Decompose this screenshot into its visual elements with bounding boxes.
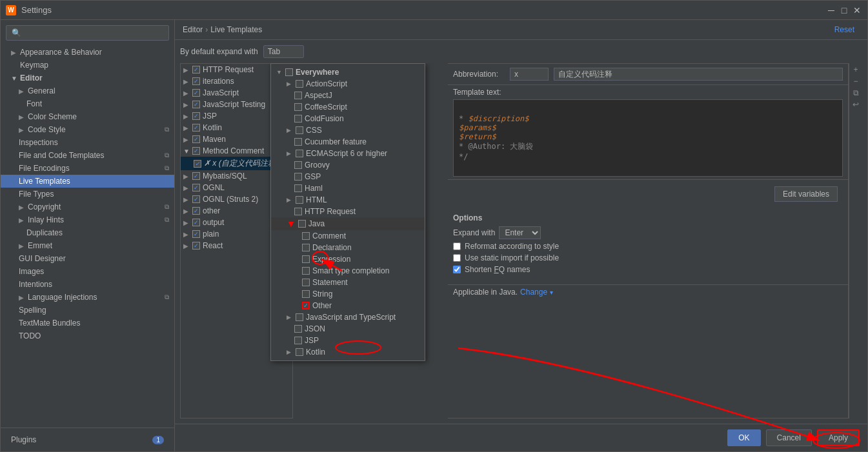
sidebar-item-keymap[interactable]: Keymap bbox=[1, 59, 174, 72]
maximize-button[interactable]: □ bbox=[839, 5, 849, 15]
popup-item-comment[interactable]: Comment bbox=[271, 230, 425, 242]
description-input[interactable] bbox=[554, 68, 843, 81]
sidebar-item-general[interactable]: ▶ General bbox=[1, 84, 174, 97]
sidebar-item-file-types[interactable]: File Types bbox=[1, 188, 174, 201]
shorten-fq-checkbox[interactable] bbox=[453, 266, 461, 273]
sidebar-item-font[interactable]: Font bbox=[1, 97, 174, 110]
item-checkbox[interactable] bbox=[294, 208, 302, 215]
sidebar-item-spelling[interactable]: Spelling bbox=[1, 304, 174, 317]
sidebar-item-emmet[interactable]: ▶ Emmet bbox=[1, 239, 174, 252]
sidebar-item-file-encodings[interactable]: File Encodings ⧉ bbox=[1, 162, 174, 175]
item-checkbox[interactable] bbox=[302, 302, 310, 310]
popup-item-html[interactable]: ▶ HTML bbox=[271, 194, 425, 206]
item-checkbox[interactable] bbox=[302, 255, 310, 263]
apply-button[interactable]: Apply bbox=[817, 429, 860, 446]
sidebar-item-appearance[interactable]: ▶ Appearance & Behavior bbox=[1, 46, 174, 59]
popup-item-ecmascript[interactable]: ▶ ECMAScript 6 or higher bbox=[271, 148, 425, 159]
popup-item-coldfusion[interactable]: ColdFusion bbox=[271, 113, 425, 124]
group-checkbox[interactable] bbox=[192, 89, 200, 97]
popup-item-string[interactable]: String bbox=[271, 288, 425, 300]
group-checkbox[interactable] bbox=[192, 147, 200, 155]
item-checkbox[interactable] bbox=[294, 103, 302, 111]
item-checkbox[interactable] bbox=[296, 126, 303, 134]
popup-item-haml[interactable]: Haml bbox=[271, 182, 425, 194]
group-checkbox[interactable] bbox=[192, 66, 200, 74]
sidebar-item-todo[interactable]: TODO bbox=[1, 329, 174, 342]
popup-item-gsp[interactable]: GSP bbox=[271, 171, 425, 182]
item-checkbox[interactable] bbox=[194, 160, 201, 168]
reformat-checkbox[interactable] bbox=[453, 242, 461, 250]
group-checkbox[interactable] bbox=[192, 101, 200, 108]
item-checkbox[interactable] bbox=[294, 115, 302, 123]
search-input[interactable] bbox=[6, 25, 169, 41]
change-dropdown-icon[interactable]: ▾ bbox=[550, 289, 553, 296]
item-checkbox[interactable] bbox=[294, 92, 302, 99]
undo-button[interactable]: ↩ bbox=[851, 99, 861, 110]
popup-item-http-request[interactable]: HTTP Request bbox=[271, 206, 425, 217]
popup-item-kotlin-popup[interactable]: ▶ Kotlin bbox=[271, 346, 425, 358]
plugins-item[interactable]: Plugins 1 bbox=[6, 433, 169, 446]
expand-with-option-dropdown[interactable]: Enter Tab Space bbox=[499, 226, 541, 239]
cancel-button[interactable]: Cancel bbox=[766, 429, 812, 446]
group-checkbox[interactable] bbox=[192, 230, 200, 238]
popup-item-java[interactable]: ▼ Java bbox=[271, 217, 425, 230]
item-checkbox[interactable] bbox=[302, 232, 310, 240]
reset-button[interactable]: Reset bbox=[834, 25, 854, 34]
item-checkbox[interactable] bbox=[302, 290, 310, 298]
item-checkbox[interactable] bbox=[294, 184, 302, 192]
expand-with-dropdown[interactable]: Tab Enter Space bbox=[263, 45, 304, 58]
popup-item-expression[interactable]: Expression bbox=[271, 253, 425, 265]
close-button[interactable]: ✕ bbox=[852, 5, 862, 15]
popup-item-jsp[interactable]: JSP bbox=[271, 335, 425, 346]
add-button[interactable]: + bbox=[851, 64, 861, 75]
popup-item-css[interactable]: ▶ CSS bbox=[271, 124, 425, 136]
sidebar-item-gui-designer[interactable]: GUI Designer bbox=[1, 252, 174, 265]
edit-variables-button[interactable]: Edit variables bbox=[774, 186, 838, 202]
sidebar-item-duplicates[interactable]: Duplicates bbox=[1, 226, 174, 239]
sidebar-item-textmate[interactable]: TextMate Bundles bbox=[1, 317, 174, 329]
item-checkbox[interactable] bbox=[296, 150, 303, 157]
minimize-button[interactable]: ─ bbox=[826, 5, 836, 15]
group-checkbox[interactable] bbox=[192, 195, 200, 203]
change-link[interactable]: Change bbox=[520, 288, 547, 297]
item-checkbox[interactable] bbox=[298, 220, 306, 228]
sidebar-item-language-injections[interactable]: ▶ Language Injections ⧉ bbox=[1, 291, 174, 304]
group-checkbox[interactable] bbox=[192, 242, 200, 250]
sidebar-item-editor[interactable]: ▼ Editor bbox=[1, 72, 174, 84]
item-checkbox[interactable] bbox=[296, 313, 303, 321]
sidebar-item-live-templates[interactable]: Live Templates bbox=[1, 175, 174, 188]
item-checkbox[interactable] bbox=[302, 244, 310, 251]
popup-item-aspectj[interactable]: AspectJ bbox=[271, 90, 425, 101]
group-checkbox[interactable] bbox=[192, 124, 200, 132]
item-checkbox[interactable] bbox=[296, 196, 303, 204]
popup-item-coffeescript[interactable]: CoffeeScript bbox=[271, 101, 425, 113]
template-code[interactable]: * $discription$ $params$ $return$ * @Aut… bbox=[453, 99, 843, 177]
group-checkbox[interactable] bbox=[192, 112, 200, 120]
popup-item-cucumber[interactable]: Cucumber feature bbox=[271, 136, 425, 148]
group-checkbox[interactable] bbox=[192, 184, 200, 192]
copy-template-button[interactable]: ⧉ bbox=[851, 88, 861, 98]
popup-item-other[interactable]: Other bbox=[271, 300, 425, 311]
static-import-checkbox[interactable] bbox=[453, 254, 461, 262]
popup-item-js-ts[interactable]: ▶ JavaScript and TypeScript bbox=[271, 311, 425, 323]
item-checkbox[interactable] bbox=[302, 267, 310, 275]
item-checkbox[interactable] bbox=[294, 325, 302, 333]
group-checkbox[interactable] bbox=[192, 207, 200, 215]
abbreviation-input[interactable] bbox=[510, 68, 549, 81]
popup-item-everywhere[interactable]: ▼ Everywhere bbox=[271, 66, 425, 78]
popup-item-smart-type[interactable]: Smart type completion bbox=[271, 265, 425, 277]
sidebar-item-color-scheme[interactable]: ▶ Color Scheme bbox=[1, 110, 174, 123]
popup-item-statement[interactable]: Statement bbox=[271, 277, 425, 288]
sidebar-item-images[interactable]: Images bbox=[1, 265, 174, 278]
group-checkbox[interactable] bbox=[192, 135, 200, 143]
popup-item-declaration[interactable]: Declaration bbox=[271, 242, 425, 253]
item-checkbox[interactable] bbox=[296, 348, 303, 356]
sidebar-item-code-style[interactable]: ▶ Code Style ⧉ bbox=[1, 123, 174, 136]
item-checkbox[interactable] bbox=[294, 337, 302, 344]
group-checkbox[interactable] bbox=[192, 172, 200, 180]
item-checkbox[interactable] bbox=[302, 279, 310, 286]
popup-item-groovy[interactable]: Groovy bbox=[271, 159, 425, 171]
sidebar-item-inlay-hints[interactable]: ▶ Inlay Hints ⧉ bbox=[1, 213, 174, 226]
item-checkbox[interactable] bbox=[294, 138, 302, 146]
sidebar-item-file-code-templates[interactable]: File and Code Templates ⧉ bbox=[1, 149, 174, 162]
